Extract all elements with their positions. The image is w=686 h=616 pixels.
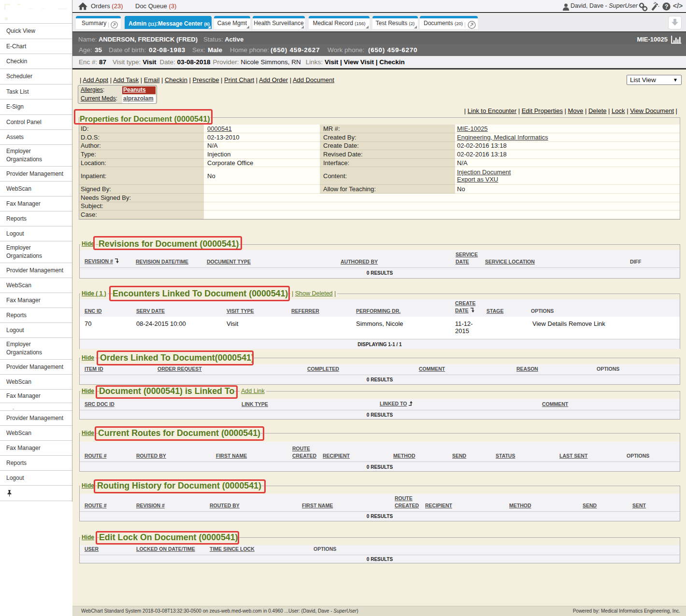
svg-text:?: ? — [665, 3, 669, 10]
